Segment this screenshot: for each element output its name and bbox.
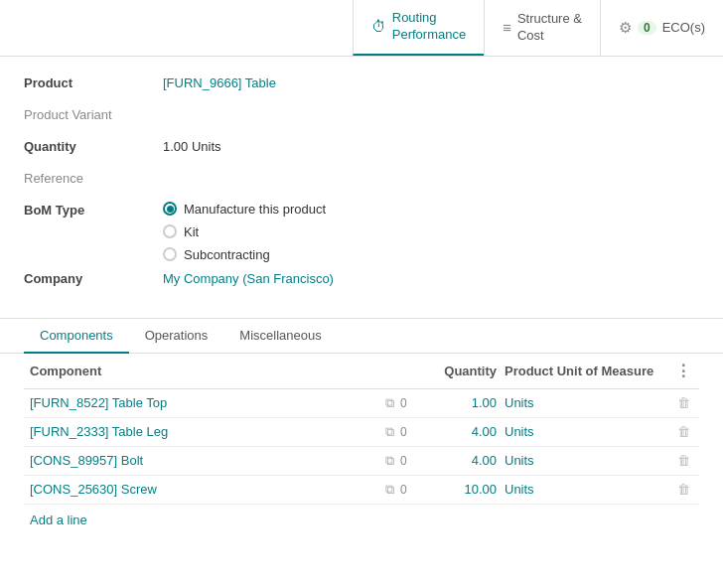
col-header-component: Component xyxy=(30,364,385,378)
uom-3[interactable]: Units xyxy=(505,482,673,497)
copy-icon-2[interactable]: ⧉ xyxy=(385,453,394,469)
quantity-row: Quantity 1.00 Units xyxy=(24,136,699,162)
radio-subcontracting[interactable]: Subcontracting xyxy=(163,247,326,262)
delete-row-0[interactable]: 🗑 xyxy=(673,395,693,410)
menu-icon: ≡ xyxy=(503,19,511,36)
uom-0[interactable]: Units xyxy=(505,395,673,410)
col-header-quantity: Quantity xyxy=(385,364,505,378)
nav-routing-performance[interactable]: ⏱ RoutingPerformance xyxy=(353,0,484,56)
add-line-button[interactable]: Add a line xyxy=(24,505,699,535)
top-navigation: ⏱ RoutingPerformance ≡ Structure &Cost ⚙… xyxy=(0,0,723,57)
copy-area-0: ⧉ 0 xyxy=(385,395,445,411)
component-name-3[interactable]: [CONS_25630] Screw xyxy=(30,482,385,497)
table-row: [CONS_89957] Bolt ⧉ 0 4.00 Units 🗑 xyxy=(24,447,699,476)
copy-area-2: ⧉ 0 xyxy=(385,453,445,469)
tab-miscellaneous[interactable]: Miscellaneous xyxy=(223,319,337,354)
component-name-1[interactable]: [FURN_2333] Table Leg xyxy=(30,424,385,439)
radio-kit-label: Kit xyxy=(184,224,199,239)
product-variant-row: Product Variant xyxy=(24,104,699,130)
company-value[interactable]: My Company (San Francisco) xyxy=(163,268,334,286)
nav-structure-cost[interactable]: ≡ Structure &Cost xyxy=(484,0,600,56)
bom-type-options: Manufacture this product Kit Subcontract… xyxy=(163,200,326,262)
col-header-more: ⋮ xyxy=(673,362,693,380)
product-row: Product [FURN_9666] Table xyxy=(24,73,699,98)
radio-subcontracting-circle xyxy=(163,247,177,261)
demand-2: 0 xyxy=(400,454,407,468)
quantity-label: Quantity xyxy=(24,136,163,154)
nav-eco[interactable]: ⚙ 0 ECO(s) xyxy=(600,0,723,56)
bom-type-row: BoM Type Manufacture this product Kit Su… xyxy=(24,200,699,262)
reference-label: Reference xyxy=(24,168,163,186)
col-header-uom: Product Unit of Measure xyxy=(505,364,673,378)
delete-row-1[interactable]: 🗑 xyxy=(673,424,693,439)
tab-components[interactable]: Components xyxy=(24,319,129,354)
reference-row: Reference xyxy=(24,168,699,194)
copy-area-3: ⧉ 0 xyxy=(385,482,445,498)
qty-3: 10.00 xyxy=(445,482,505,497)
copy-icon-0[interactable]: ⧉ xyxy=(385,395,394,411)
demand-1: 0 xyxy=(400,425,407,439)
delete-row-2[interactable]: 🗑 xyxy=(673,453,693,468)
copy-icon-3[interactable]: ⧉ xyxy=(385,482,394,498)
gear-icon: ⚙ xyxy=(619,19,632,37)
company-label: Company xyxy=(24,268,163,286)
table-row: [FURN_2333] Table Leg ⧉ 0 4.00 Units 🗑 xyxy=(24,418,699,447)
uom-1[interactable]: Units xyxy=(505,424,673,439)
clock-icon: ⏱ xyxy=(371,18,386,35)
radio-manufacture-label: Manufacture this product xyxy=(184,202,326,217)
qty-0: 1.00 xyxy=(445,395,505,410)
radio-kit-circle xyxy=(163,224,177,238)
component-name-0[interactable]: [FURN_8522] Table Top xyxy=(30,395,385,410)
qty-1: 4.00 xyxy=(445,424,505,439)
tabs-bar: Components Operations Miscellaneous xyxy=(0,319,723,354)
nav-routing-label: RoutingPerformance xyxy=(392,10,466,44)
table-row: [FURN_8522] Table Top ⧉ 0 1.00 Units 🗑 xyxy=(24,389,699,418)
eco-count: 0 xyxy=(638,21,656,35)
copy-area-1: ⧉ 0 xyxy=(385,424,445,440)
radio-manufacture[interactable]: Manufacture this product xyxy=(163,202,326,217)
table-header: Component Quantity Product Unit of Measu… xyxy=(24,354,699,389)
bom-type-label: BoM Type xyxy=(24,200,163,218)
product-label: Product xyxy=(24,73,163,90)
qty-2: 4.00 xyxy=(445,453,505,468)
table-row: [CONS_25630] Screw ⧉ 0 10.00 Units 🗑 xyxy=(24,476,699,505)
tab-operations[interactable]: Operations xyxy=(129,319,224,354)
more-options-icon[interactable]: ⋮ xyxy=(675,363,691,379)
nav-eco-label: ECO(s) xyxy=(662,20,705,35)
delete-row-3[interactable]: 🗑 xyxy=(673,482,693,497)
radio-manufacture-circle xyxy=(163,202,177,216)
demand-0: 0 xyxy=(400,396,407,410)
company-row: Company My Company (San Francisco) xyxy=(24,268,699,294)
product-variant-label: Product Variant xyxy=(24,104,163,122)
nav-structure-label: Structure &Cost xyxy=(517,11,582,45)
components-table: Component Quantity Product Unit of Measu… xyxy=(0,354,723,535)
copy-icon-1[interactable]: ⧉ xyxy=(385,424,394,440)
quantity-value: 1.00 Units xyxy=(163,136,221,154)
demand-3: 0 xyxy=(400,483,407,497)
form-section: Product [FURN_9666] Table Product Varian… xyxy=(0,57,723,308)
radio-subcontracting-label: Subcontracting xyxy=(184,247,270,262)
radio-kit[interactable]: Kit xyxy=(163,224,326,239)
component-name-2[interactable]: [CONS_89957] Bolt xyxy=(30,453,385,468)
uom-2[interactable]: Units xyxy=(505,453,673,468)
product-value[interactable]: [FURN_9666] Table xyxy=(163,73,276,90)
